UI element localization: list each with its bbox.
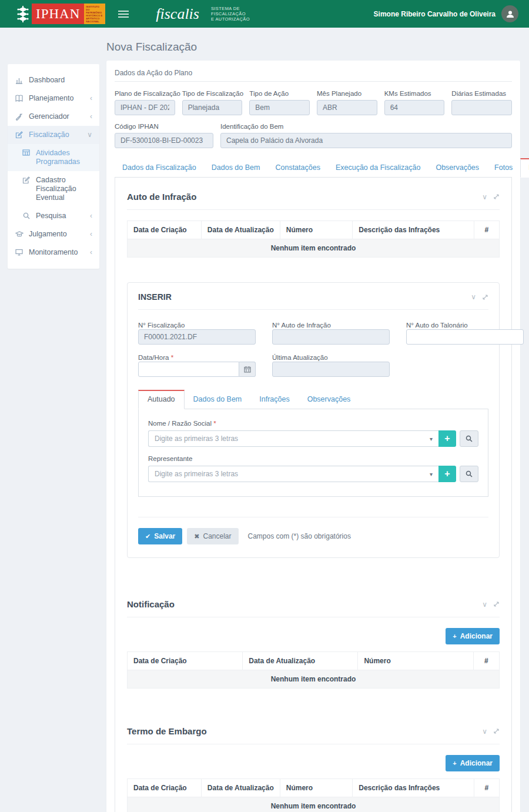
top-navbar: IPHAN Instituto do Patrimônio Histórico … — [0, 0, 529, 28]
sidebar-item-atividades-programadas[interactable]: Atividades Programadas — [8, 144, 99, 171]
tab-execucao-da-fiscalizacao[interactable]: Execução da Fiscalização — [328, 158, 428, 177]
sidebar-item-dashboard[interactable]: Dashboard — [8, 71, 99, 89]
tipo-acao-input — [249, 100, 310, 115]
plano-fiscalizacao-input — [115, 100, 175, 115]
expand-icon[interactable] — [493, 728, 500, 734]
select-placeholder: Digite as primeiras 3 letras — [155, 470, 238, 478]
field-label: Tipo de Fiscalização — [182, 90, 243, 97]
ultima-atualizacao-input — [272, 362, 390, 377]
button-label: Adicionar — [460, 632, 493, 640]
expand-icon[interactable] — [493, 601, 500, 607]
termo-add-button[interactable]: + Adicionar — [446, 755, 500, 771]
chevron-left-icon: ‹ — [90, 248, 92, 256]
nome-razao-social-control: Digite as primeiras 3 letras ▾ + — [148, 430, 478, 447]
sidebar-item-label: Planejamento — [29, 94, 73, 103]
empty-row: Nenhum item encontrado — [128, 797, 500, 812]
tab-documentos[interactable]: Documentos — [520, 158, 529, 178]
column-header: Número — [280, 221, 352, 239]
identificacao-bem-input — [220, 133, 512, 148]
notificacao-add-button[interactable]: + Adicionar — [446, 628, 500, 644]
expand-icon[interactable] — [493, 193, 500, 200]
tab-constatacoes[interactable]: Constatações — [267, 158, 327, 177]
data-hora-input[interactable] — [138, 362, 239, 377]
iphan-logo-text: IPHAN — [32, 4, 84, 24]
num-auto-infracao-input — [272, 329, 390, 345]
representante-add-button[interactable]: + — [438, 466, 456, 482]
sidebar-item-label: Fiscalização — [29, 131, 69, 139]
sidebar-item-cadastro-fiscalizacao-eventual[interactable]: Cadastro Fiscalização Eventual — [8, 171, 99, 207]
table-icon — [22, 149, 31, 156]
chevron-down-icon: ∨ — [87, 131, 92, 139]
collapse-chevron-icon[interactable]: ∨ — [471, 293, 476, 300]
sidebar-item-fiscalizacao[interactable]: Fiscalização ∨ — [8, 126, 99, 144]
user-menu[interactable]: Simone Ribeiro Carvalho de Oliveira — [374, 5, 518, 22]
nome-add-button[interactable]: + — [438, 430, 456, 447]
calendar-button[interactable] — [239, 362, 256, 377]
field-label: N° Auto de Infração — [272, 322, 331, 329]
caret-down-icon: ▾ — [430, 436, 433, 442]
empty-message: Nenhum item encontrado — [128, 239, 500, 258]
hamburger-menu-icon[interactable] — [118, 9, 129, 19]
collapse-chevron-icon[interactable]: ∨ — [482, 728, 487, 735]
tab-dados-da-fiscalizacao[interactable]: Dados da Fiscalização — [115, 158, 204, 177]
sidebar-item-gerenciador[interactable]: Gerenciador ‹ — [8, 108, 99, 126]
mes-planejado-input — [317, 100, 377, 115]
collapse-chevron-icon[interactable]: ∨ — [482, 193, 487, 201]
field-label: Tipo de Ação — [249, 90, 310, 97]
inserir-save-button[interactable]: ✔ Salvar — [138, 528, 182, 544]
diarias-estimadas-input — [451, 100, 512, 115]
tab-content-documentos: Auto de Infração ∨ — [115, 178, 512, 812]
field-tipo-acao: Tipo de Ação — [249, 90, 310, 115]
sidebar-item-planejamento[interactable]: Planejamento ‹ — [8, 89, 99, 108]
column-header: # — [474, 779, 499, 797]
tab-autuado[interactable]: Autuado — [138, 390, 185, 409]
column-header: Descrição das Infrações — [353, 779, 474, 797]
field-label: Diárias Estimadas — [451, 90, 512, 97]
sidebar-item-pesquisa[interactable]: Pesquisa ‹ — [8, 207, 99, 225]
field-label: N° Auto do Talonário — [406, 322, 468, 329]
field-codigo-iphan: Código IPHAN — [115, 123, 213, 148]
inserir-cancel-button[interactable]: ✖ Cancelar — [187, 528, 238, 544]
num-auto-talonario-input[interactable] — [406, 329, 524, 345]
field-data-hora: Data/Hora * — [138, 353, 256, 377]
autuado-tab-content: Nome / Razão Social * Digite as primeira… — [138, 409, 488, 497]
kms-estimados-input — [384, 100, 445, 115]
graduation-cap-icon — [15, 230, 24, 238]
expand-icon[interactable] — [482, 294, 488, 300]
button-label: Salvar — [154, 532, 175, 540]
tab-infracoes[interactable]: Infrações — [250, 390, 298, 409]
button-label: Adicionar — [460, 759, 493, 767]
field-label: Identificação do Bem — [220, 123, 512, 130]
select-placeholder: Digite as primeiras 3 letras — [155, 435, 238, 443]
collapse-chevron-icon[interactable]: ∨ — [482, 601, 487, 608]
book-icon — [15, 95, 24, 102]
representante-select[interactable]: Digite as primeiras 3 letras ▾ — [148, 466, 438, 482]
panel-termo-de-embargo: Termo de Embargo ∨ + — [127, 726, 500, 812]
tab-observacoes[interactable]: Observações — [428, 158, 487, 177]
chevron-left-icon: ‹ — [90, 212, 92, 220]
column-header: Data de Atualização — [201, 221, 280, 239]
fieldset-legend: Dados da Ação do Plano — [115, 69, 512, 82]
field-label: Mês Planejado — [317, 90, 377, 97]
tab-inserir-dados-do-bem[interactable]: Dados do Bem — [185, 390, 251, 409]
representante-search-button[interactable] — [460, 466, 478, 482]
plano-fields-row-1: Plano de Fiscalização Tipo de Fiscalizaç… — [115, 90, 512, 115]
logo-smallprint-line: Nacional — [86, 20, 103, 23]
sidebar-item-julgamento[interactable]: Julgamento ‹ — [8, 225, 99, 243]
pencil-square-icon — [22, 176, 31, 184]
field-mes-planejado: Mês Planejado — [317, 90, 377, 115]
tab-fotos[interactable]: Fotos — [487, 158, 520, 177]
column-header: Número — [280, 779, 352, 797]
field-label: Nome / Razão Social * — [148, 420, 478, 427]
tab-inserir-observacoes[interactable]: Observações — [299, 390, 360, 409]
field-tipo-fiscalizacao: Tipo de Fiscalização — [182, 90, 243, 115]
plus-icon: + — [453, 760, 456, 767]
sidebar-item-monitoramento[interactable]: Monitoramento ‹ — [8, 243, 99, 262]
empty-row: Nenhum item encontrado — [128, 239, 500, 258]
nome-search-button[interactable] — [460, 430, 478, 447]
field-label: Data/Hora * — [138, 354, 173, 361]
check-icon: ✔ — [145, 533, 150, 540]
nome-razao-social-select[interactable]: Digite as primeiras 3 letras ▾ — [148, 430, 438, 447]
tab-dados-do-bem[interactable]: Dados do Bem — [204, 158, 268, 177]
panel-title: Notificação — [127, 599, 175, 609]
